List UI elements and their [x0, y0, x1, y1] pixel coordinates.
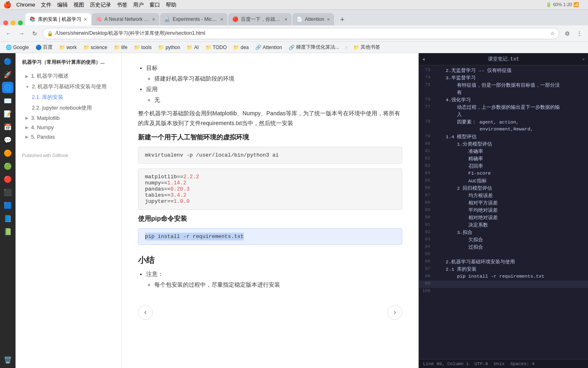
menu-help[interactable]: 帮助 — [166, 1, 176, 9]
bookmark-python[interactable]: 📁 python — [156, 44, 183, 51]
sidebar-item-1[interactable]: ▶ 1. 机器学习概述 — [16, 71, 121, 81]
editor-close-icon[interactable]: ✕ — [582, 57, 585, 62]
dock-word[interactable]: 📘 — [2, 213, 13, 224]
dock-messages[interactable]: 💬 — [2, 134, 13, 146]
tab-3-close[interactable]: ✕ — [220, 17, 223, 22]
line-num-81: 81 — [419, 148, 434, 155]
tab-3[interactable]: 🔬 Experiments - Micro... ✕ — [160, 13, 227, 25]
menu-window[interactable]: 窗口 — [149, 1, 160, 9]
extensions-button[interactable]: ⚙ — [562, 28, 572, 39]
bookmark-ai[interactable]: 📁 AI — [184, 44, 201, 51]
sidebar-item-2-1[interactable]: 2.1. 库的安装 — [16, 92, 121, 103]
dock-excel[interactable]: 📗 — [2, 226, 13, 237]
bullet-app: 应用 无 — [146, 86, 402, 104]
prev-page-button[interactable]: ‹ — [138, 305, 153, 320]
dock-vscode[interactable]: 🟦 — [2, 200, 13, 211]
menu-chrome[interactable]: Chrome — [16, 2, 35, 8]
page-nav-arrows: ‹ › — [138, 297, 402, 328]
menu-button[interactable]: ⋮ — [574, 28, 585, 39]
chevron-5-icon: ▶ — [25, 135, 29, 139]
tab-1-label: 库的安装 | 机器学习 — [38, 16, 81, 23]
tab-4[interactable]: 🔴 百度一下，你就知道 ✕ — [228, 13, 292, 25]
menu-edit[interactable]: 编辑 — [57, 1, 68, 9]
tab-5-close[interactable]: ✕ — [327, 17, 330, 22]
close-button[interactable] — [3, 20, 8, 25]
sidebar-item-5[interactable]: ▶ 5. Pandas — [16, 132, 121, 141]
dock-app3[interactable]: 🔴 — [2, 173, 13, 185]
mac-dock: 🔵 🚀 🌐 ✉️ 📝 📅 💬 🟠 🟢 🔴 ⬛ 🟦 📘 📗 🗑️ — [0, 53, 16, 368]
bookmark-work[interactable]: 📁 work — [57, 44, 79, 51]
code-block-pip[interactable]: pip install -r requirements.txt — [138, 228, 402, 245]
editor-line-75b: 有 — [419, 89, 588, 96]
bookmark-todo[interactable]: 📁 TODO — [203, 44, 229, 51]
bookmark-life[interactable]: 📁 life — [111, 44, 130, 51]
main-content-area: 目标 搭建好机器学习基础阶段的环境 应用 无 整个机器学习基础阶段会用到Matp… — [122, 53, 419, 368]
menu-bookmarks[interactable]: 书签 — [117, 1, 127, 9]
editor-line-83: 83 召回率 — [419, 163, 588, 170]
editor-statusbar: Line 99, Column 1 UTF-8 Unix Spaces: 4 — [419, 359, 588, 368]
address-bar[interactable]: 🔒 /Users/sherwin/Desktop/机器学习(科学计算库使用)/e… — [42, 28, 559, 39]
minimize-button[interactable] — [11, 20, 16, 25]
bookmark-baidu[interactable]: 🔵 百度 — [33, 43, 55, 52]
star-icon[interactable]: ☆ — [550, 31, 555, 36]
menu-view[interactable]: 视图 — [74, 1, 84, 9]
tab-2[interactable]: 🧠 A Neural Network Pl... ✕ — [92, 13, 159, 25]
back-button[interactable]: ← — [3, 28, 14, 39]
line-num-86: 86 — [419, 185, 434, 192]
tab-1-active[interactable]: 📚 库的安装 | 机器学习 ✕ — [25, 13, 91, 25]
menu-user[interactable]: 用户 — [133, 1, 144, 9]
editor-line-94: 94 过拟合 — [419, 244, 588, 251]
editor-line-84: 84 F1-score — [419, 170, 588, 177]
traffic-lights — [2, 20, 24, 25]
tab-2-close[interactable]: ✕ — [152, 17, 155, 22]
dock-finder[interactable]: 🔵 — [2, 56, 13, 67]
bookmark-attention[interactable]: 🔗 Attention — [253, 44, 284, 51]
menu-file[interactable]: 文件 — [41, 1, 51, 9]
tab-3-favicon: 🔬 — [164, 16, 170, 22]
code-pip-text: pip install -r requirements.txt — [145, 233, 244, 240]
bookmark-dea[interactable]: 📁 dea — [231, 44, 251, 51]
bookmark-google[interactable]: 🌐 Google — [3, 44, 31, 51]
new-tab-button[interactable]: + — [336, 14, 348, 25]
tab-1-close[interactable]: ✕ — [84, 17, 87, 22]
tab-4-close[interactable]: ✕ — [284, 17, 287, 22]
line-text-93: 欠拟合 — [434, 237, 588, 243]
maximize-button[interactable] — [18, 20, 23, 25]
dock-safari[interactable]: 🌐 — [2, 82, 13, 93]
tab-5-label: Attention — [305, 16, 324, 22]
tab-2-favicon: 🧠 — [96, 16, 102, 22]
line-text-75: 有特征值，但是一部分数据有目标值，一部分没 — [434, 82, 588, 89]
sidebar-item-4[interactable]: ▶ 4. Numpy — [16, 123, 121, 132]
forward-button[interactable]: → — [16, 28, 27, 39]
dock-calendar[interactable]: 📅 — [2, 121, 13, 132]
next-page-button[interactable]: › — [388, 305, 402, 320]
dock-launchpad[interactable]: 🚀 — [2, 69, 13, 80]
sidebar-item-2-2[interactable]: 2.2. jupyter notebook使用 — [16, 103, 121, 113]
tab-5[interactable]: 📄 Attention ✕ — [292, 13, 334, 25]
dock-notes[interactable]: 📝 — [2, 108, 13, 119]
bookmark-science[interactable]: 📁 science — [81, 44, 110, 51]
editor-content[interactable]: 73 2.无监督学习 -- 仅有特征值 74 3.半监督学习 75 有特征值，但… — [419, 65, 588, 359]
status-line-col: Line 99, Column 1 — [423, 361, 469, 366]
editor-line-80: 80 1.分类模型评估 — [419, 141, 588, 148]
sidebar-book-title[interactable]: 机器学习（常用科学计算库的使用）... — [16, 57, 121, 67]
sidebar-item-2[interactable]: ▼ 2. 机器学习基础环境安装与使用 — [16, 81, 121, 92]
bookmark-gradient[interactable]: 🔗 梯度下降优化算法... — [286, 43, 342, 52]
bookmark-others[interactable]: 📁 其他书签 — [351, 43, 383, 52]
status-spaces: Spaces: 4 — [510, 361, 535, 366]
dock-app2[interactable]: 🟢 — [2, 160, 13, 172]
dock-terminal[interactable]: ⬛ — [2, 186, 13, 198]
line-text-77b: 入 — [434, 112, 588, 118]
line-text-88: 相对平方误差 — [434, 200, 588, 206]
code-block-requirements[interactable]: matplotlib==2.2.2 numpy==1.14.2 pandas==… — [138, 168, 402, 210]
collapse-icon[interactable]: ◀ — [422, 57, 425, 62]
bookmark-tools[interactable]: 📁 tools — [131, 44, 154, 51]
menu-history[interactable]: 历史记录 — [90, 1, 111, 9]
dock-app1[interactable]: 🟠 — [2, 147, 13, 159]
dock-mail[interactable]: ✉️ — [2, 95, 13, 106]
apple-icon[interactable]: 🍎 — [3, 1, 11, 9]
reload-button[interactable]: ↻ — [29, 28, 40, 39]
dock-trash[interactable]: 🗑️ — [2, 354, 13, 366]
code-block-venv[interactable]: mkvirtualenv -p /user/local/bin/python3 … — [138, 147, 402, 164]
sidebar-item-3[interactable]: ▶ 3. Matplotlib — [16, 113, 121, 123]
